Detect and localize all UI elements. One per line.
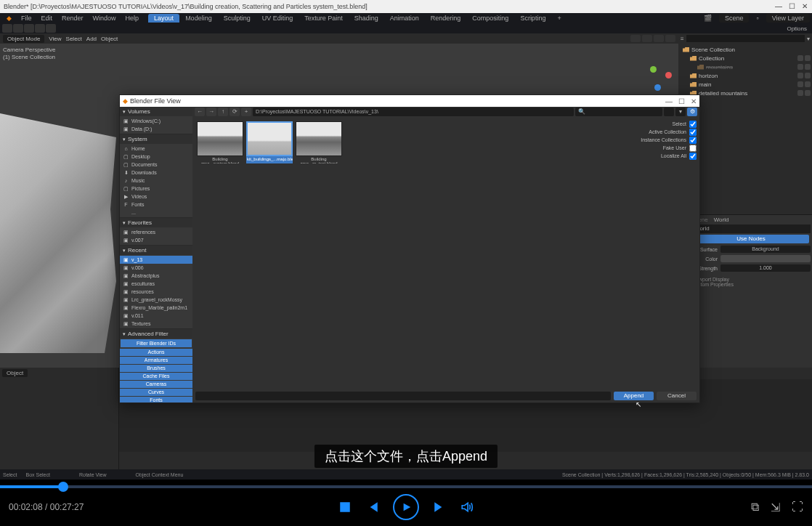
camera-icon[interactable] bbox=[805, 73, 811, 78]
surface-value[interactable]: Background bbox=[720, 246, 811, 253]
file-thumbnail[interactable]: Building crea...system.blend bbox=[197, 121, 243, 163]
view-menu[interactable]: View bbox=[49, 36, 61, 42]
progress-knob[interactable] bbox=[58, 482, 68, 492]
eye-icon[interactable] bbox=[797, 90, 803, 96]
nav-refresh-icon[interactable]: ⟳ bbox=[230, 108, 240, 116]
next-button[interactable] bbox=[432, 500, 447, 514]
transform-tool-icon[interactable] bbox=[24, 24, 34, 33]
maximize-button[interactable]: ☐ bbox=[788, 3, 795, 10]
axis-y-icon[interactable] bbox=[650, 66, 657, 73]
shading-wireframe-icon[interactable] bbox=[630, 35, 641, 42]
advanced-filter-header[interactable]: Advanced Filter bbox=[120, 329, 192, 339]
tree-scene-collection[interactable]: Scene Collection bbox=[680, 45, 811, 54]
nav-back-icon[interactable]: ← bbox=[195, 108, 205, 116]
system-item-more[interactable]: ... bbox=[120, 209, 192, 217]
file-search-input[interactable]: 🔍 bbox=[575, 108, 662, 116]
camera-icon[interactable] bbox=[805, 90, 811, 96]
opt-instance-checkbox[interactable] bbox=[689, 137, 697, 144]
system-item-downloads[interactable]: ⬇Downloads bbox=[120, 169, 192, 177]
opt-active-checkbox[interactable] bbox=[689, 129, 697, 136]
system-item-videos[interactable]: ▶Videos bbox=[120, 193, 192, 201]
prev-button[interactable] bbox=[365, 500, 380, 514]
filter-fonts[interactable]: Fonts bbox=[120, 397, 192, 402]
use-nodes-button[interactable]: Use Nodes bbox=[693, 235, 809, 243]
system-item-desktop[interactable]: ▢Desktop bbox=[120, 153, 192, 161]
tree-main[interactable]: main bbox=[680, 80, 811, 89]
tree-horizon[interactable]: horizon bbox=[680, 71, 811, 80]
outliner-search-input[interactable] bbox=[686, 35, 805, 42]
settings-icon[interactable]: ⚙ bbox=[687, 108, 697, 116]
recent-item[interactable]: ▣v.006 bbox=[120, 264, 192, 272]
tab-uvediting[interactable]: UV Editing bbox=[256, 14, 299, 23]
filter-brushes[interactable]: Brushes bbox=[120, 365, 192, 372]
filter-blender-ids[interactable]: Filter Blender IDs bbox=[121, 339, 192, 347]
fullscreen-button[interactable]: ⛶ bbox=[792, 501, 803, 514]
favorite-item[interactable]: ▣references bbox=[120, 228, 192, 236]
recent-item[interactable]: ▣Flexro_Marble_palin2m1 bbox=[120, 304, 192, 312]
filter-cameras[interactable]: Cameras bbox=[120, 381, 192, 388]
tab-sculpting[interactable]: Sculpting bbox=[218, 14, 256, 23]
nav-newfolder-icon[interactable]: + bbox=[241, 108, 251, 116]
cursor-tool-icon[interactable] bbox=[2, 24, 12, 33]
tab-animation[interactable]: Animation bbox=[384, 14, 425, 23]
tab-rendering[interactable]: Rendering bbox=[425, 14, 467, 23]
filter-cachefiles[interactable]: Cache Files bbox=[120, 373, 192, 380]
tab-compositing[interactable]: Compositing bbox=[466, 14, 514, 23]
opt-fake-checkbox[interactable] bbox=[689, 145, 697, 152]
custom-props-panel[interactable]: Custom Properties bbox=[691, 282, 811, 287]
outliner-type-icon[interactable]: ≡ bbox=[681, 36, 684, 42]
menu-window[interactable]: Window bbox=[89, 14, 121, 23]
volume-item[interactable]: ▣Data (D:) bbox=[120, 125, 192, 133]
world-datablock[interactable]: World bbox=[691, 224, 811, 233]
file-thumbnail-selected[interactable]: kit_buildings_...majo.blend bbox=[246, 121, 293, 163]
nav-fwd-icon[interactable]: → bbox=[206, 108, 216, 116]
recent-header[interactable]: Recent bbox=[120, 246, 192, 255]
options-dropdown[interactable]: Options bbox=[787, 25, 810, 32]
menu-file[interactable]: File bbox=[17, 14, 36, 23]
recent-item[interactable]: ▣Abstractplus bbox=[120, 272, 192, 280]
proportional-icon[interactable] bbox=[46, 24, 56, 33]
scene-name[interactable]: Scene bbox=[719, 14, 750, 23]
file-thumbnail[interactable]: Building crea...m_test.blend bbox=[296, 121, 342, 163]
nav-up-icon[interactable]: ↑ bbox=[218, 108, 228, 116]
strength-value[interactable]: 1.000 bbox=[720, 264, 811, 272]
fd-maximize-button[interactable]: ☐ bbox=[678, 97, 685, 105]
pip-button[interactable]: ⧉ bbox=[751, 501, 759, 514]
eye-icon[interactable] bbox=[797, 73, 803, 78]
tree-collection[interactable]: Collection bbox=[680, 54, 811, 62]
close-button[interactable]: ✕ bbox=[801, 3, 808, 10]
recent-item[interactable]: ▣Textures bbox=[120, 320, 192, 328]
append-button[interactable]: Append bbox=[614, 392, 654, 400]
camera-icon[interactable] bbox=[805, 55, 811, 61]
fd-close-button[interactable]: ✕ bbox=[691, 97, 697, 105]
tab-add[interactable]: + bbox=[551, 14, 567, 23]
dopesheet-mode[interactable]: Object bbox=[2, 369, 28, 377]
tab-shading[interactable]: Shading bbox=[349, 14, 384, 23]
menu-render[interactable]: Render bbox=[57, 14, 88, 23]
viewport-display-panel[interactable]: Viewport Display bbox=[691, 277, 811, 282]
menu-help[interactable]: Help bbox=[121, 14, 144, 23]
add-menu[interactable]: Add bbox=[86, 36, 97, 42]
play-button[interactable] bbox=[393, 494, 419, 520]
stop-button[interactable] bbox=[338, 500, 352, 514]
filter-icon[interactable]: ▾ bbox=[675, 108, 686, 116]
system-item-pictures[interactable]: ▢Pictures bbox=[120, 185, 192, 193]
shading-rendered-icon[interactable] bbox=[665, 35, 675, 42]
recent-item[interactable]: ▣v.011 bbox=[120, 312, 192, 320]
tab-layout[interactable]: Layout bbox=[148, 14, 179, 23]
tree-mountains[interactable]: mountains bbox=[680, 62, 811, 71]
system-item-fonts[interactable]: FFonts bbox=[120, 201, 192, 209]
object-menu[interactable]: Object bbox=[101, 36, 118, 42]
favorites-header[interactable]: Favorites bbox=[120, 218, 192, 227]
select-menu[interactable]: Select bbox=[66, 36, 82, 42]
opt-select-checkbox[interactable] bbox=[689, 121, 697, 128]
favorite-item[interactable]: ▣v.007 bbox=[120, 236, 192, 244]
system-header[interactable]: System bbox=[120, 134, 192, 144]
tab-scripting[interactable]: Scripting bbox=[514, 14, 551, 23]
recent-item[interactable]: ▣resources bbox=[120, 288, 192, 296]
minimize-button[interactable]: — bbox=[775, 3, 782, 10]
camera-icon[interactable] bbox=[805, 64, 811, 70]
fd-minimize-button[interactable]: — bbox=[665, 97, 673, 105]
axis-gizmo[interactable] bbox=[643, 62, 673, 92]
tab-texturepaint[interactable]: Texture Paint bbox=[299, 14, 349, 23]
